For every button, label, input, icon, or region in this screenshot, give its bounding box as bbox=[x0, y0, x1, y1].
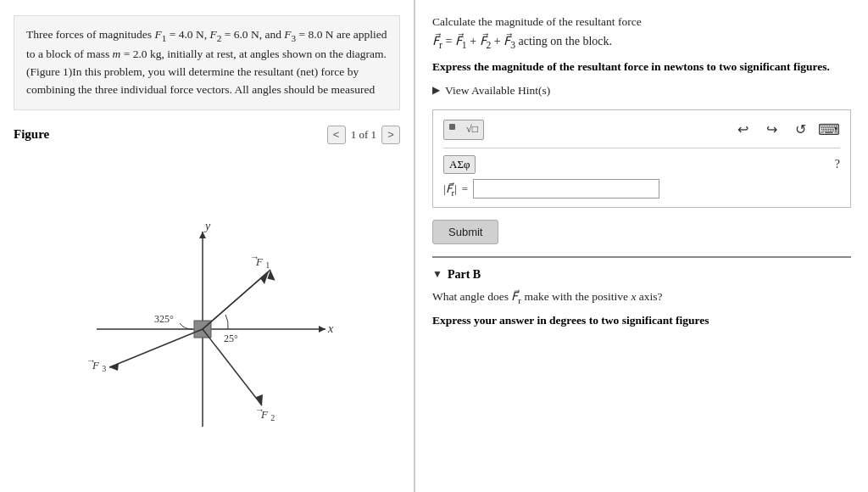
svg-text:x: x bbox=[327, 322, 334, 335]
svg-text:y: y bbox=[203, 220, 211, 232]
answer-input[interactable] bbox=[473, 179, 659, 198]
toolbar-row: √□ ↩ ↪ ↺ ⌨ bbox=[443, 119, 840, 148]
input-label: |F⃗r| bbox=[443, 182, 457, 198]
hint-section[interactable]: ▶ View Available Hint(s) bbox=[432, 84, 851, 98]
svg-line-17 bbox=[109, 329, 203, 367]
svg-text:→: → bbox=[86, 355, 96, 366]
page-indicator: 1 of 1 bbox=[351, 128, 376, 142]
figure-header: Figure < 1 of 1 > bbox=[0, 120, 414, 149]
redo-button[interactable]: ↪ bbox=[760, 119, 782, 141]
hint-text: View Available Hint(s) bbox=[445, 84, 550, 98]
submit-button[interactable]: Submit bbox=[432, 220, 498, 244]
greek-symbols-button[interactable]: ΑΣφ bbox=[443, 155, 476, 174]
hint-arrow-icon: ▶ bbox=[432, 84, 440, 97]
part-b-label: Part B bbox=[448, 268, 481, 282]
keyboard-button[interactable]: ⌨ bbox=[818, 119, 840, 141]
svg-rect-23 bbox=[449, 124, 455, 130]
formula-section: Calculate the magnitude of the resultant… bbox=[432, 14, 851, 51]
svg-marker-4 bbox=[199, 232, 206, 238]
svg-text:→: → bbox=[255, 405, 264, 415]
next-figure-button[interactable]: > bbox=[381, 126, 400, 144]
part-b-header: ▼ Part B bbox=[432, 268, 851, 282]
formula-title: Calculate the magnitude of the resultant… bbox=[432, 14, 851, 31]
text-box-icon[interactable] bbox=[448, 122, 463, 137]
svg-marker-10 bbox=[260, 271, 269, 284]
part-b-instruction: Express your answer in degrees to two si… bbox=[432, 313, 851, 329]
answer-box: √□ ↩ ↪ ↺ ⌨ ΑΣφ ? |F⃗r| = bbox=[432, 109, 851, 208]
reset-button[interactable]: ↺ bbox=[789, 119, 811, 141]
symbol-row: ΑΣφ ? bbox=[443, 155, 840, 174]
fraction-icon[interactable]: √□ bbox=[465, 122, 480, 137]
prev-figure-button[interactable]: < bbox=[327, 126, 346, 144]
figure-label: Figure bbox=[14, 127, 327, 142]
undo-button[interactable]: ↩ bbox=[732, 119, 754, 141]
part-b-section: ▼ Part B What angle does F⃗r make with t… bbox=[432, 256, 851, 328]
svg-text:25°: 25° bbox=[224, 333, 238, 344]
input-line: |F⃗r| = bbox=[443, 179, 840, 198]
svg-marker-18 bbox=[109, 363, 119, 371]
problem-text: Three forces of magnitudes F1 = 4.0 N, F… bbox=[14, 15, 400, 110]
bold-instruction: Express the magnitude of the resultant f… bbox=[432, 59, 851, 75]
part-b-arrow-icon[interactable]: ▼ bbox=[432, 268, 442, 281]
formula-line: F⃗r = F⃗1 + F⃗2 + F⃗3 acting on the bloc… bbox=[432, 34, 851, 51]
help-button[interactable]: ? bbox=[835, 158, 840, 171]
svg-line-9 bbox=[203, 271, 269, 329]
force-diagram: x y F 1 → bbox=[46, 181, 368, 444]
part-b-question: What angle does F⃗r make with the positi… bbox=[432, 288, 851, 308]
equals-sign: = bbox=[462, 182, 468, 196]
svg-marker-1 bbox=[319, 326, 326, 333]
text-format-group: √□ bbox=[443, 120, 484, 140]
svg-text:→: → bbox=[250, 252, 259, 262]
figure-nav: < 1 of 1 > bbox=[327, 126, 400, 144]
right-panel: Calculate the magnitude of the resultant… bbox=[415, 0, 868, 492]
svg-text:325°: 325° bbox=[154, 313, 174, 325]
diagram-area: x y F 1 → bbox=[0, 149, 414, 492]
left-panel: Three forces of magnitudes F1 = 4.0 N, F… bbox=[0, 0, 415, 492]
